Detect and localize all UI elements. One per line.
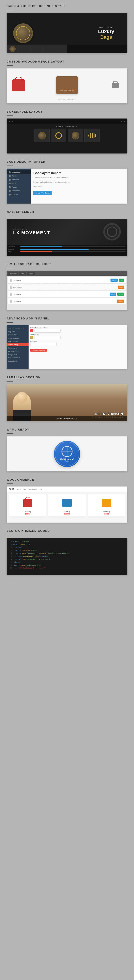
slider-bar-3 [20, 251, 126, 252]
section-divider [6, 433, 13, 434]
sidebar-item-portfolios[interactable]: Portfolios [6, 178, 31, 181]
portfolios-icon [9, 179, 11, 181]
sidebar-item-posts[interactable]: Posts [6, 174, 31, 178]
admin-item-10[interactable]: Page / Single [6, 360, 29, 363]
builder-save-btn[interactable]: Save [19, 272, 26, 275]
media-icon [9, 183, 11, 185]
builder-row-4: Row Layout Portfolio [8, 298, 126, 304]
code-text: <body class="gdlr-core-body"> [13, 564, 44, 567]
builder-preview-btn[interactable]: Preview [27, 272, 35, 275]
drag-handle-1[interactable] [10, 278, 11, 282]
color-input-1[interactable] [34, 329, 61, 332]
woo-lock-icon [112, 83, 119, 88]
import-text-3: static as well. [33, 186, 125, 188]
wpml-text: Multilingual [60, 458, 74, 460]
section-divider [6, 65, 13, 66]
admin-save-button[interactable]: Save All Changes [30, 349, 47, 352]
builder-row-3: Row Layout Slider Banner [8, 291, 126, 297]
sidebar-item-dashboard[interactable]: Dashboard [6, 170, 31, 174]
code-text: <meta charset="UTF-8"> [13, 549, 39, 552]
line-num: 9 [9, 564, 12, 567]
row-tag-6: Portfolio [117, 299, 124, 302]
sidebar-item-media[interactable]: Media [6, 181, 31, 185]
color-box-red[interactable] [30, 329, 33, 332]
admin-field-label-3: Font Size [30, 340, 126, 342]
admin-item-2[interactable]: Header Skin [6, 333, 29, 337]
builder-row-2: Inner Content Image [8, 284, 126, 290]
import-text-2: It would be best to import the data when… [33, 181, 125, 183]
admin-item-6[interactable]: Performance [6, 346, 29, 350]
wpml-badge: Multilingual Ready [54, 441, 80, 467]
product-thumb-4 [84, 129, 100, 142]
gear-icon [103, 223, 121, 240]
color-box-gold[interactable] [30, 336, 33, 339]
line-num: 1 [9, 540, 12, 543]
code-line-5: 5 <meta name="viewport" content="width=d… [9, 552, 125, 555]
product-img-3 [89, 496, 124, 510]
drag-handle-2[interactable] [10, 286, 11, 289]
section-title-builder: LIMITLESS PAGE BUILDER [6, 262, 128, 266]
slider-bar-1 [20, 247, 126, 247]
slider-preview: DISCOVER LX MOVEMENT Transition Duration [6, 219, 128, 256]
font-size-input[interactable] [30, 343, 57, 346]
boxed-nav [6, 119, 128, 124]
builder-row-1: Row Layout Column Text [8, 277, 126, 283]
code-text: <link rel="canonical" href="..."> [13, 558, 50, 561]
dark-light-section: DARK & LIGHT PREDEFINED STYLE DISCOVER L… [6, 4, 128, 53]
yellow-bag-icon [102, 499, 111, 507]
line-num: 8 [9, 561, 12, 564]
row-tag-1: Column [110, 278, 118, 282]
admin-sidebar: THEME OPTIONS Bag Sale Header Skin Gener… [6, 325, 29, 369]
admin-item-5[interactable]: Social Setting [6, 343, 29, 346]
sidebar-label-portfolios: Portfolios [11, 179, 19, 181]
admin-item-8[interactable]: Google Fonts [6, 353, 29, 356]
line-num: 7 [9, 558, 12, 561]
product-price-1: $89.00 [10, 513, 45, 515]
product-card-2: Blue Bag $120.00 [48, 494, 86, 517]
drag-handle-3[interactable] [10, 293, 11, 296]
line-num: 6 [9, 555, 12, 558]
admin-item-4[interactable]: Blog / Archives [6, 340, 29, 343]
sidebar-label-pages: Pages [11, 186, 17, 188]
sidebar-item-pages[interactable]: Pages [6, 185, 31, 189]
thumb-4 [43, 45, 55, 53]
section-title-demo: EASY DEMO IMPORTER [6, 160, 128, 163]
row-tag-5: Banner [117, 293, 124, 296]
code-text: /* SEO Optimized Structure */ [13, 566, 46, 570]
sidebar-label-dashboard: Dashboard [11, 171, 20, 173]
admin-item-1[interactable]: Bag Sale [6, 330, 29, 333]
code-line-9: 9 <body class="gdlr-core-body"> [9, 564, 125, 567]
section-title-slider: MASTER SLIDER [6, 210, 128, 213]
demo-main: Goodlayers Import * Don't forget to acti… [31, 169, 128, 204]
sidebar-label-contact: Contact [11, 194, 18, 196]
import-demo-button[interactable]: Import The Demo [33, 191, 52, 195]
color-row-2 [30, 336, 126, 339]
slider-background: DISCOVER LX MOVEMENT [6, 219, 128, 245]
drag-handle-4[interactable] [10, 299, 11, 302]
wpml-section: WPML READY Multilingual Ready [6, 428, 128, 471]
admin-item-3[interactable]: General Setting [6, 337, 29, 340]
sidebar-item-comments[interactable]: Comments [6, 189, 31, 192]
slider-headline: LX MOVEMENT [13, 230, 50, 235]
admin-item-7[interactable]: Custom Code [6, 350, 29, 353]
line-num: 5 [9, 552, 12, 555]
globe-icon [61, 446, 73, 457]
code-line-10: 10 /* SEO Optimized Structure */ [9, 566, 125, 570]
color-input-2[interactable] [34, 336, 61, 339]
slider-bar-fill-3 [20, 251, 52, 252]
dashboard-icon [9, 172, 11, 173]
seo-preview: 1 <!DOCTYPE html> 2 <html lang="en"> 3 <… [6, 538, 128, 575]
product-price-3: $95.00 [89, 513, 124, 515]
line-num: 3 [9, 546, 12, 549]
thumb-3 [31, 45, 43, 53]
sidebar-item-contact[interactable]: Contact [6, 192, 31, 196]
product-img-1 [10, 496, 45, 510]
admin-item-9[interactable]: Domain Redirect [6, 356, 29, 360]
import-title: Goodlayers Import [33, 171, 125, 175]
sidebar-label-comments: Comments [11, 190, 20, 192]
master-slider-section: MASTER SLIDER DISCOVER LX MOVEMENT Trans… [6, 210, 128, 256]
slider-bar-fill-1 [20, 247, 62, 247]
builder-add-btn[interactable]: + Add Row [8, 272, 18, 275]
code-text: <head> [13, 546, 22, 549]
code-text: <html lang="en"> [13, 543, 30, 546]
